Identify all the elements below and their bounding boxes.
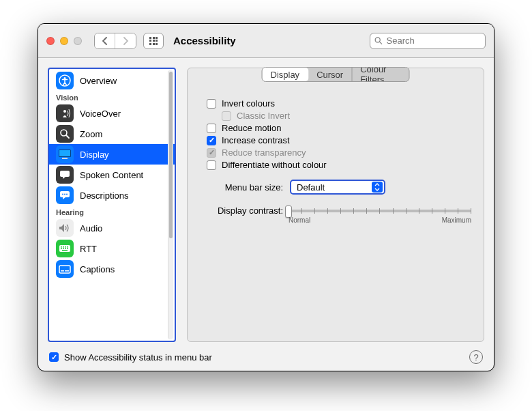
svg-line-1: [379, 42, 381, 44]
checkbox-invert-colours[interactable]: [207, 99, 216, 109]
sidebar-item-descriptions[interactable]: Descriptions: [49, 185, 175, 206]
svg-rect-26: [61, 270, 64, 272]
forward-button[interactable]: [115, 33, 136, 48]
option-reduce-motion[interactable]: Reduce motion: [207, 123, 471, 133]
slider-max-label: Maximum: [442, 216, 471, 224]
svg-rect-10: [60, 171, 70, 177]
svg-rect-20: [61, 249, 62, 250]
sidebar-item-voiceover[interactable]: VoiceOver: [49, 103, 175, 124]
svg-point-13: [64, 194, 65, 195]
checkbox-differentiate-colour[interactable]: [207, 160, 216, 170]
tab-cursor[interactable]: Cursor: [308, 68, 352, 81]
search-input[interactable]: [387, 36, 481, 46]
sidebar-item-label: Descriptions: [80, 190, 129, 201]
zoom-icon: [56, 125, 74, 143]
close-window-button[interactable]: [46, 37, 55, 45]
svg-rect-9: [62, 158, 68, 159]
back-button[interactable]: [95, 33, 115, 48]
rtt-icon: [56, 240, 74, 257]
search-field[interactable]: [370, 33, 486, 49]
audio-icon: [56, 219, 74, 237]
svg-point-3: [63, 77, 65, 79]
option-differentiate-colour[interactable]: Differentiate without colour: [207, 160, 471, 170]
sidebar-item-rtt[interactable]: RTT: [49, 238, 175, 259]
svg-rect-25: [59, 266, 70, 273]
window-toolbar: Accessibility: [38, 24, 494, 58]
svg-rect-17: [63, 246, 64, 248]
descriptions-icon: [56, 186, 74, 204]
footer-checkbox-label: Show Accessibility status in menu bar: [64, 352, 212, 363]
option-invert-colours[interactable]: Invert colours: [207, 98, 471, 109]
option-label: Reduce motion: [222, 123, 281, 133]
option-label: Increase contrast: [222, 135, 290, 145]
sidebar-item-display[interactable]: Display: [49, 144, 175, 165]
search-icon: [374, 36, 383, 45]
sidebar-item-label: VoiceOver: [80, 109, 121, 119]
select-value: Default: [297, 182, 325, 193]
zoom-window-button[interactable]: [74, 37, 82, 45]
show-all-prefs-button[interactable]: [143, 33, 164, 49]
tab-display[interactable]: Display: [263, 68, 309, 81]
svg-point-14: [66, 194, 68, 195]
sidebar-item-overview[interactable]: Overview: [49, 70, 175, 91]
display-contrast-row: Display contrast: Normal Maximum: [207, 204, 471, 225]
checkbox-reduce-motion[interactable]: [207, 124, 216, 133]
svg-rect-22: [65, 249, 66, 250]
sidebar-item-label: Overview: [80, 76, 117, 86]
sidebar-item-label: Captions: [80, 264, 115, 274]
svg-line-6: [66, 135, 69, 138]
svg-point-4: [63, 110, 66, 113]
checkbox-classic-invert: [222, 111, 231, 121]
option-label: Reduce transparency: [222, 147, 306, 158]
sidebar-item-label: Spoken Content: [80, 170, 143, 180]
overview-icon: [56, 72, 74, 89]
sidebar-item-label: Display: [80, 150, 109, 160]
chevron-up-down-icon: [372, 182, 383, 193]
scrollbar-thumb[interactable]: [169, 72, 173, 238]
display-contrast-label: Display contrast:: [207, 204, 283, 216]
svg-rect-27: [65, 270, 69, 272]
sidebar-category-vision: Vision: [49, 91, 175, 103]
checkbox-show-status-menubar[interactable]: [49, 352, 59, 362]
menu-bar-size-row: Menu bar size: Default: [207, 180, 471, 195]
svg-rect-16: [61, 246, 62, 248]
sidebar-item-captions[interactable]: Captions: [49, 259, 175, 279]
svg-point-12: [62, 194, 63, 195]
sidebar-category-hearing: Hearing: [49, 206, 175, 218]
option-label: Classic Invert: [237, 111, 290, 121]
settings-panel: Display Cursor Colour Filters Invert col…: [187, 68, 484, 342]
svg-rect-8: [59, 150, 70, 156]
help-button[interactable]: ?: [469, 350, 483, 364]
sidebar-item-label: Audio: [80, 223, 102, 233]
window-footer: Show Accessibility status in menu bar ?: [38, 346, 494, 371]
window-title: Accessibility: [173, 35, 236, 46]
svg-rect-18: [65, 246, 66, 248]
display-contrast-slider[interactable]: Normal Maximum: [289, 204, 471, 225]
spoken-content-icon: [56, 166, 74, 184]
display-options: Invert colours Classic Invert Reduce mot…: [207, 98, 471, 170]
grid-icon: [149, 37, 158, 45]
window-body: Overview Vision VoiceOver Zoom: [38, 58, 494, 346]
captions-icon: [56, 260, 74, 278]
option-reduce-transparency: Reduce transparency: [207, 147, 471, 158]
minimize-window-button[interactable]: [60, 37, 68, 45]
sidebar-item-zoom[interactable]: Zoom: [49, 124, 175, 144]
window-traffic-lights: [46, 37, 82, 45]
accessibility-preferences-window: Accessibility Overview Vision: [38, 23, 494, 371]
menu-bar-size-select[interactable]: Default: [290, 180, 385, 195]
sidebar-item-audio[interactable]: Audio: [49, 218, 175, 238]
checkbox-increase-contrast[interactable]: [207, 136, 216, 145]
sidebar-scrollbar[interactable]: [168, 70, 173, 339]
slider-min-label: Normal: [289, 216, 310, 224]
tab-colour-filters[interactable]: Colour Filters: [352, 68, 409, 81]
option-label: Invert colours: [222, 98, 275, 109]
option-classic-invert: Classic Invert: [222, 111, 471, 121]
option-label: Differentiate without colour: [222, 160, 327, 170]
display-icon: [56, 145, 74, 163]
sidebar-item-spoken-content[interactable]: Spoken Content: [49, 165, 175, 185]
footer-checkbox-row[interactable]: Show Accessibility status in menu bar: [49, 352, 212, 363]
option-increase-contrast[interactable]: Increase contrast: [207, 135, 471, 145]
svg-rect-19: [67, 246, 68, 248]
svg-rect-24: [62, 250, 68, 251]
svg-rect-21: [63, 249, 64, 250]
